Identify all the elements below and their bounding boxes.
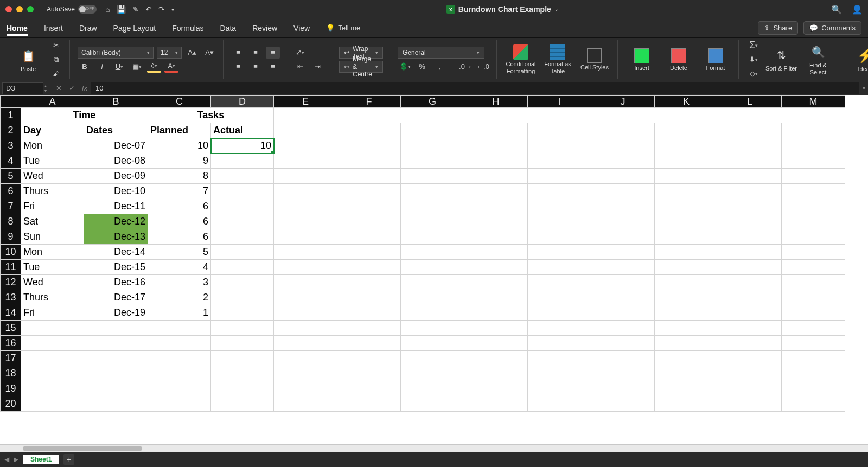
column-header-C[interactable]: C (148, 96, 211, 108)
cell-E9[interactable] (274, 229, 337, 245)
cell-A13[interactable]: Thurs (21, 290, 84, 305)
cell-G5[interactable] (401, 169, 464, 184)
cell-K16[interactable] (655, 336, 718, 351)
cell-M6[interactable] (782, 184, 845, 199)
row-header-5[interactable]: 5 (1, 169, 21, 184)
column-header-A[interactable]: A (21, 96, 84, 108)
cell-E3[interactable] (274, 138, 337, 153)
cell-D14[interactable] (211, 305, 274, 321)
select-all-corner[interactable] (1, 96, 21, 108)
cell-H18[interactable] (464, 366, 528, 381)
cell-B15[interactable] (84, 321, 148, 336)
cell-F14[interactable] (337, 305, 401, 321)
cell-B16[interactable] (84, 336, 148, 351)
number-format-select[interactable]: General▾ (398, 47, 484, 59)
sheet-tab[interactable]: Sheet1 (23, 455, 59, 464)
cell-J8[interactable] (591, 214, 655, 229)
column-header-J[interactable]: J (591, 96, 655, 108)
cell-M8[interactable] (782, 214, 845, 229)
cell-M17[interactable] (782, 351, 845, 366)
cell-B8[interactable]: Dec-12 (84, 214, 148, 229)
row-header-17[interactable]: 17 (1, 351, 21, 366)
comma-icon[interactable]: , (432, 61, 446, 73)
cell-D20[interactable] (211, 396, 274, 412)
cell-F9[interactable] (337, 229, 401, 245)
cell-D6[interactable] (211, 184, 274, 199)
column-header-G[interactable]: G (401, 96, 464, 108)
cell-K4[interactable] (655, 153, 718, 169)
cell-D16[interactable] (211, 336, 274, 351)
cell-I7[interactable] (528, 199, 591, 214)
cell-E11[interactable] (274, 260, 337, 275)
cell-C2[interactable]: Planned (148, 123, 211, 138)
column-header-K[interactable]: K (655, 96, 718, 108)
cell-F3[interactable] (337, 138, 401, 153)
cell-D11[interactable] (211, 260, 274, 275)
cancel-icon[interactable]: ✕ (52, 84, 65, 92)
cell-L3[interactable] (718, 138, 782, 153)
column-header-L[interactable]: L (718, 96, 782, 108)
cell-I19[interactable] (528, 381, 591, 396)
cell-L13[interactable] (718, 290, 782, 305)
cell-I15[interactable] (528, 321, 591, 336)
cell-C6[interactable]: 7 (148, 184, 211, 199)
cell-F10[interactable] (337, 245, 401, 260)
cell-H12[interactable] (464, 275, 528, 290)
cell-K20[interactable] (655, 396, 718, 412)
borders-icon[interactable]: ▦▾ (130, 61, 144, 73)
cell-C15[interactable] (148, 321, 211, 336)
comments-button[interactable]: 💬Comments (803, 21, 861, 35)
cell-E6[interactable] (274, 184, 337, 199)
cell-A4[interactable]: Tue (21, 153, 84, 169)
cell-E8[interactable] (274, 214, 337, 229)
cell-C20[interactable] (148, 396, 211, 412)
scroll-thumb[interactable] (23, 446, 142, 451)
align-top-icon[interactable]: ≡ (231, 47, 245, 59)
cell-J13[interactable] (591, 290, 655, 305)
underline-button[interactable]: U▾ (112, 61, 126, 73)
cell-I4[interactable] (528, 153, 591, 169)
bold-button[interactable]: B (78, 61, 92, 73)
cell-M18[interactable] (782, 366, 845, 381)
row-header-9[interactable]: 9 (1, 229, 21, 245)
cell-F20[interactable] (337, 396, 401, 412)
cell-E18[interactable] (274, 366, 337, 381)
cell-I6[interactable] (528, 184, 591, 199)
minimize-window-icon[interactable] (16, 6, 23, 12)
name-box[interactable]: D3 (2, 82, 43, 94)
cell-M9[interactable] (782, 229, 845, 245)
column-header-H[interactable]: H (464, 96, 528, 108)
cell-A10[interactable]: Mon (21, 245, 84, 260)
ribbon-tab-data[interactable]: Data (220, 21, 237, 36)
cell-L15[interactable] (718, 321, 782, 336)
cell-D10[interactable] (211, 245, 274, 260)
row-header-15[interactable]: 15 (1, 321, 21, 336)
decrease-decimal-icon[interactable]: ←.0 (476, 61, 490, 73)
column-header-E[interactable]: E (274, 96, 337, 108)
cell-A12[interactable]: Wed (21, 275, 84, 290)
cell-C16[interactable] (148, 336, 211, 351)
cell-K2[interactable] (655, 123, 718, 138)
cell-F8[interactable] (337, 214, 401, 229)
insert-cells-button[interactable]: Insert (626, 48, 658, 71)
cell-A6[interactable]: Thurs (21, 184, 84, 199)
cell-L5[interactable] (718, 169, 782, 184)
cell-K15[interactable] (655, 321, 718, 336)
cell-D15[interactable] (211, 321, 274, 336)
cell-B14[interactable]: Dec-19 (84, 305, 148, 321)
cell-J7[interactable] (591, 199, 655, 214)
cell-M4[interactable] (782, 153, 845, 169)
merge-centre-button[interactable]: ⇿Merge & Centre▾ (339, 61, 383, 73)
cell-L2[interactable] (718, 123, 782, 138)
cell-G15[interactable] (401, 321, 464, 336)
cell-D2[interactable]: Actual (211, 123, 274, 138)
cell-H2[interactable] (464, 123, 528, 138)
row-header-3[interactable]: 3 (1, 138, 21, 153)
cell-F18[interactable] (337, 366, 401, 381)
next-sheet-icon[interactable]: ▶ (14, 456, 18, 463)
ribbon-tab-insert[interactable]: Insert (44, 21, 63, 36)
format-as-table-button[interactable]: Format as Table (541, 44, 574, 74)
cell-B3[interactable]: Dec-07 (84, 138, 148, 153)
row-header-16[interactable]: 16 (1, 336, 21, 351)
cell-J11[interactable] (591, 260, 655, 275)
